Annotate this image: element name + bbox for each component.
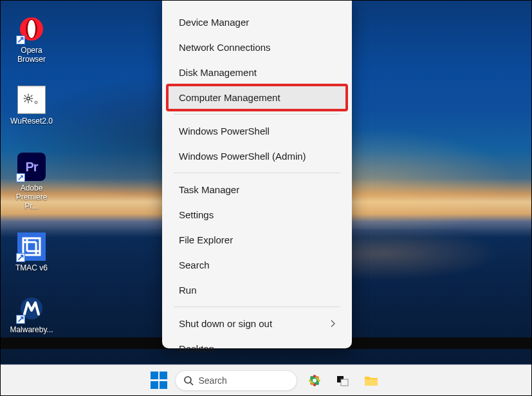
svg-rect-4 bbox=[28, 94, 28, 96]
search-icon bbox=[183, 375, 194, 386]
power-user-menu: Device Manager Network Connections Disk … bbox=[162, 1, 352, 348]
menu-item-network-connections[interactable]: Network Connections bbox=[167, 35, 347, 60]
shortcut-arrow-icon bbox=[16, 253, 25, 262]
menu-item-desktop[interactable]: Desktop bbox=[167, 336, 347, 361]
svg-point-22 bbox=[313, 379, 316, 382]
menu-separator bbox=[174, 114, 340, 115]
desktop-icon-label: WuReset2.0 bbox=[10, 117, 53, 126]
menu-item-file-explorer[interactable]: File Explorer bbox=[167, 227, 347, 252]
menu-item-settings[interactable]: Settings bbox=[167, 202, 347, 227]
search-placeholder: Search bbox=[199, 375, 227, 386]
menu-item-task-manager[interactable]: Task Manager bbox=[167, 177, 347, 202]
start-button[interactable] bbox=[151, 372, 169, 390]
chevron-right-icon bbox=[330, 318, 335, 329]
menu-item-computer-management[interactable]: Computer Management bbox=[167, 85, 347, 110]
menu-separator bbox=[174, 173, 340, 173]
taskbar-file-explorer[interactable] bbox=[360, 370, 382, 391]
shortcut-arrow-icon bbox=[16, 315, 25, 324]
desktop-icon-malwarebytes[interactable]: Malwareby... bbox=[8, 294, 55, 334]
taskbar-pinned-app-1[interactable] bbox=[304, 370, 326, 391]
svg-point-12 bbox=[28, 98, 30, 100]
svg-point-16 bbox=[185, 377, 191, 383]
menu-item-shutdown[interactable]: Shut down or sign out bbox=[167, 311, 347, 336]
menu-item-run[interactable]: Run bbox=[167, 278, 347, 303]
tmac-icon bbox=[17, 232, 46, 261]
desktop-icon-wureset[interactable]: WuReset2.0 bbox=[8, 86, 55, 126]
svg-rect-5 bbox=[28, 101, 28, 103]
svg-rect-8 bbox=[24, 95, 26, 97]
desktop-icon-opera[interactable]: Opera Browser bbox=[8, 15, 55, 64]
menu-item-device-manager[interactable]: Device Manager bbox=[167, 10, 347, 35]
taskbar: Search bbox=[1, 364, 531, 395]
menu-item-powershell[interactable]: Windows PowerShell bbox=[167, 118, 347, 144]
svg-point-2 bbox=[28, 20, 35, 38]
menu-item-search[interactable]: Search bbox=[167, 252, 347, 278]
malwarebytes-icon bbox=[17, 294, 46, 323]
premiere-icon: Pr bbox=[17, 153, 46, 181]
desktop-icons: Opera Browser WuReset2.0 Pr Adobe Premie… bbox=[8, 15, 60, 334]
svg-point-14 bbox=[35, 102, 37, 103]
menu-item-disk-management[interactable]: Disk Management bbox=[167, 60, 347, 85]
shortcut-arrow-icon bbox=[16, 173, 25, 182]
svg-rect-6 bbox=[24, 98, 26, 99]
taskbar-search[interactable]: Search bbox=[175, 370, 297, 391]
svg-rect-10 bbox=[24, 100, 26, 102]
svg-line-17 bbox=[190, 382, 193, 385]
opera-icon bbox=[17, 15, 46, 43]
desktop-icon-label: Adobe Premiere Pr... bbox=[8, 184, 55, 211]
svg-rect-24 bbox=[341, 379, 348, 386]
taskbar-task-view[interactable] bbox=[332, 370, 354, 391]
svg-rect-25 bbox=[365, 379, 378, 386]
menu-separator bbox=[174, 306, 340, 307]
menu-item-powershell-admin[interactable]: Windows PowerShell (Admin) bbox=[167, 144, 347, 169]
shortcut-arrow-icon bbox=[16, 35, 25, 44]
gears-icon bbox=[17, 86, 46, 114]
desktop-icon-label: Opera Browser bbox=[8, 46, 55, 64]
desktop-icon-tmac[interactable]: TMAC v6 bbox=[8, 232, 55, 272]
desktop-icon-premiere[interactable]: Pr Adobe Premiere Pr... bbox=[8, 153, 55, 211]
